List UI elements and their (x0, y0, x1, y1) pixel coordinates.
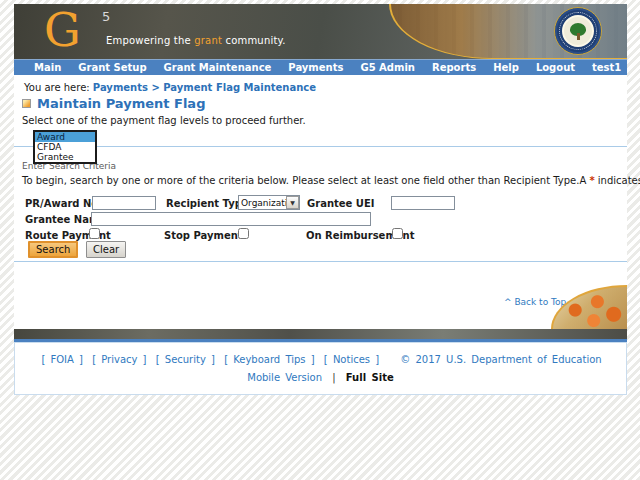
pr-award-no-input[interactable] (92, 196, 156, 210)
intro-text: Select one of the payment flag levels to… (22, 115, 306, 126)
flag-level-option-cfda[interactable]: CFDA (35, 142, 95, 152)
page-title: Maintain Payment Flag (37, 96, 205, 111)
route-payment-checkbox[interactable] (89, 228, 100, 239)
seal-center (562, 15, 594, 47)
instruction-text: To begin, search by one or more of the c… (22, 175, 640, 186)
flag-level-option-award[interactable]: Award (35, 132, 95, 142)
footer-link-security[interactable]: [ Security ] (156, 354, 215, 365)
footer-link-keyboard-tips[interactable]: [ Keyboard Tips ] (224, 354, 314, 365)
classroom-photo-decoration (551, 285, 627, 329)
breadcrumb-separator: > (148, 82, 163, 93)
seal-tree-trunk (577, 33, 580, 40)
flag-level-option-grantee[interactable]: Grantee (35, 152, 95, 162)
g5-logo-5: 5 (102, 9, 110, 24)
clear-button[interactable]: Clear (86, 241, 126, 258)
breadcrumb-prefix: You are here: (24, 82, 93, 93)
nav-item-grant-maintenance[interactable]: Grant Maintenance (164, 62, 272, 73)
search-button[interactable]: Search (28, 241, 78, 258)
grantee-uei-label: Grantee UEI (307, 198, 375, 209)
divider-line-1 (14, 146, 627, 147)
content-panel: You are here: Payments > Payment Flag Ma… (14, 75, 627, 342)
tagline-pre: Empowering the (106, 35, 194, 46)
payment-flag-level-listbox[interactable]: Award CFDA Grantee (33, 130, 97, 164)
nav-item-username[interactable]: test1 (592, 62, 621, 73)
copyright-text: © 2017 U.S. Department of Education (400, 354, 601, 365)
breadcrumb-link-payment-flag-maintenance[interactable]: Payment Flag Maintenance (163, 82, 316, 93)
breadcrumb: You are here: Payments > Payment Flag Ma… (24, 82, 316, 93)
page-title-row: Maintain Payment Flag (22, 96, 205, 111)
footer-divider: | (332, 372, 335, 383)
recipient-type-select[interactable]: Organization ▼ (238, 195, 300, 210)
dept-of-education-seal-icon (554, 7, 602, 55)
footer-site-version-row: Mobile Version | Full Site (15, 372, 626, 383)
stop-payment-label: Stop Payment (164, 230, 243, 241)
footer-link-notices[interactable]: [ Notices ] (324, 354, 379, 365)
tagline-accent: grant (194, 35, 222, 46)
recipient-type-selected-value: Organization (239, 198, 286, 208)
footer-links-row: [ FOIA ] [ Privacy ] [ Security ] [ Keyb… (15, 354, 626, 365)
grantee-uei-input[interactable] (391, 196, 455, 210)
title-bullet-icon (22, 99, 31, 108)
g5-application-screen: G 5 Empowering the grant community. Main… (0, 0, 640, 480)
stop-payment-checkbox[interactable] (238, 228, 249, 239)
nav-item-g5-admin[interactable]: G5 Admin (360, 62, 415, 73)
nav-item-logout[interactable]: Logout (536, 62, 575, 73)
g5-logo: G (44, 4, 81, 56)
grantee-name-input[interactable] (91, 212, 371, 226)
main-nav: Main Grant Setup Grant Maintenance Payme… (14, 59, 627, 75)
footer: [ FOIA ] [ Privacy ] [ Security ] [ Keyb… (14, 342, 627, 395)
chevron-down-icon[interactable]: ▼ (286, 196, 299, 209)
divider-line-2 (14, 261, 627, 262)
footer-link-privacy[interactable]: [ Privacy ] (92, 354, 146, 365)
nav-item-payments[interactable]: Payments (288, 62, 343, 73)
on-reimbursement-checkbox[interactable] (392, 228, 403, 239)
nav-item-help[interactable]: Help (493, 62, 519, 73)
full-site-label: Full Site (346, 372, 394, 383)
mobile-version-link[interactable]: Mobile Version (247, 372, 322, 383)
nav-item-grant-setup[interactable]: Grant Setup (78, 62, 146, 73)
instruction-pre: To begin, search by one or more of the c… (22, 175, 589, 186)
breadcrumb-link-payments[interactable]: Payments (93, 82, 148, 93)
back-to-top-link[interactable]: ^ Back to Top (504, 297, 566, 307)
header-banner: G 5 Empowering the grant community. (14, 4, 627, 59)
page-container: G 5 Empowering the grant community. Main… (14, 4, 627, 395)
tagline: Empowering the grant community. (106, 35, 286, 46)
nav-item-reports[interactable]: Reports (432, 62, 476, 73)
pr-award-no-label: PR/Award No (25, 198, 98, 209)
tagline-post: community. (222, 35, 286, 46)
bottom-blue-bar (14, 339, 627, 342)
footer-link-foia[interactable]: [ FOIA ] (41, 354, 83, 365)
bottom-photo-band (14, 329, 627, 339)
instruction-post: indicates a required field. (595, 175, 640, 186)
nav-item-main[interactable]: Main (34, 62, 61, 73)
